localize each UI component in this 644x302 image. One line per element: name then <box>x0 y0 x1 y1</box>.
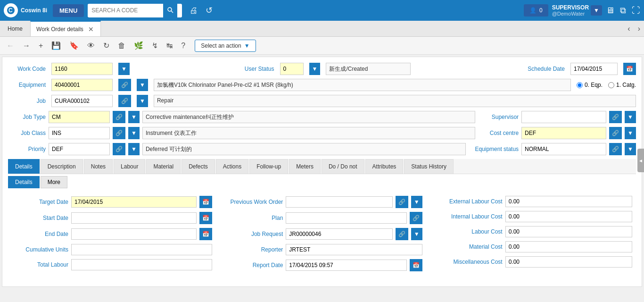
cost-centre-link-btn[interactable]: 🔗 <box>609 127 622 139</box>
priority-link-btn[interactable]: 🔗 <box>113 143 125 155</box>
notification-button[interactable]: 👤 0 <box>524 4 548 17</box>
report-date-input[interactable] <box>286 260 406 271</box>
user-status-dropdown[interactable]: ▼ <box>309 63 321 75</box>
tab-close-button[interactable]: ✕ <box>87 25 95 33</box>
menu-button[interactable]: MENU <box>53 4 84 17</box>
delete-button[interactable]: 🗑 <box>115 40 128 52</box>
misc-cost-input[interactable] <box>505 256 632 268</box>
job-type-input[interactable] <box>49 111 110 123</box>
catg-radio-label[interactable]: 1. Catg. <box>608 82 636 88</box>
job-type-dropdown[interactable]: ▼ <box>128 111 140 123</box>
tab-actions[interactable]: Actions <box>216 159 248 174</box>
job-request-input[interactable] <box>286 228 392 240</box>
total-labour-input[interactable] <box>71 259 212 270</box>
material-cost-input[interactable] <box>505 241 632 252</box>
start-date-picker[interactable]: 📅 <box>199 212 212 224</box>
priority-input[interactable] <box>49 143 110 155</box>
refresh-icon[interactable]: ↺ <box>206 5 213 16</box>
work-code-input[interactable] <box>51 63 113 75</box>
tab-prev-button[interactable]: ‹ <box>624 21 634 36</box>
job-class-dropdown[interactable]: ▼ <box>128 127 140 139</box>
labour-cost-input[interactable] <box>505 226 632 237</box>
plan-link-btn[interactable]: 🔗 <box>410 212 422 224</box>
job-class-link-btn[interactable]: 🔗 <box>113 127 125 139</box>
plan-input[interactable] <box>286 212 406 224</box>
equipment-status-input[interactable] <box>521 143 606 155</box>
forward-button[interactable]: → <box>20 40 33 52</box>
back-button[interactable]: ← <box>4 40 17 52</box>
target-date-input[interactable] <box>71 196 197 208</box>
tab-notes[interactable]: Notes <box>84 159 113 174</box>
add-button[interactable]: + <box>36 40 46 52</box>
schedule-date-picker[interactable]: 📅 <box>623 63 636 75</box>
cost-centre-dropdown[interactable]: ▼ <box>625 127 636 139</box>
window-icon[interactable]: ⧉ <box>620 6 626 16</box>
transfer-button[interactable]: ↯ <box>149 39 161 52</box>
tab-defects[interactable]: Defects <box>182 159 215 174</box>
tab-attributes[interactable]: Attributes <box>365 159 404 174</box>
eqp-radio-label[interactable]: 0. Eqp. <box>577 82 603 88</box>
end-date-picker[interactable]: 📅 <box>199 228 212 240</box>
user-status-input[interactable] <box>280 63 304 75</box>
tab-dodonot[interactable]: Do / Do not <box>322 159 364 174</box>
tab-followup[interactable]: Follow-up <box>249 159 288 174</box>
eqp-radio[interactable] <box>577 82 583 88</box>
work-order-tab[interactable]: Work Order details ✕ <box>30 21 101 36</box>
job-type-link-btn[interactable]: 🔗 <box>113 111 125 123</box>
search-button[interactable] <box>163 4 177 17</box>
tab-meters[interactable]: Meters <box>289 159 321 174</box>
job-request-link-btn[interactable]: 🔗 <box>396 228 408 240</box>
leaf-button[interactable]: 🌿 <box>131 39 146 52</box>
job-input[interactable] <box>51 95 113 107</box>
job-link-btn[interactable]: 🔗 <box>118 95 131 107</box>
tab-next-button[interactable]: › <box>634 21 644 36</box>
cost-centre-input[interactable] <box>521 127 606 139</box>
tab-material[interactable]: Material <box>146 159 181 174</box>
target-date-picker[interactable]: 📅 <box>199 196 212 208</box>
sub-tab-details[interactable]: Details <box>8 176 40 188</box>
reload-button[interactable]: ↻ <box>100 39 112 52</box>
print-icon[interactable]: 🖨 <box>190 6 198 16</box>
view-button[interactable]: 👁 <box>84 40 98 52</box>
search-input[interactable] <box>88 4 163 17</box>
job-request-dropdown[interactable]: ▼ <box>411 228 422 240</box>
start-date-input[interactable] <box>71 212 197 224</box>
supervisor-dropdown[interactable]: ▼ <box>625 111 636 123</box>
work-code-dropdown[interactable]: ▼ <box>118 63 130 75</box>
help-button[interactable]: ? <box>178 40 188 52</box>
report-date-picker[interactable]: 📅 <box>410 259 422 271</box>
schedule-date-input[interactable] <box>570 63 618 75</box>
prev-wo-dropdown[interactable]: ▼ <box>411 196 422 208</box>
home-tab[interactable]: Home <box>0 21 30 36</box>
equipment-dropdown[interactable]: ▼ <box>137 79 148 91</box>
save-button[interactable]: 💾 <box>49 39 64 52</box>
tab-labour[interactable]: Labour <box>114 159 145 174</box>
cumulative-units-input[interactable] <box>71 244 212 255</box>
prev-wo-input[interactable] <box>286 196 392 208</box>
equipment-input[interactable] <box>51 79 113 91</box>
catg-radio[interactable] <box>608 82 614 88</box>
sub-tab-more[interactable]: More <box>41 176 67 188</box>
supervisor-link-btn[interactable]: 🔗 <box>609 111 622 123</box>
supervisor-input[interactable] <box>521 111 606 123</box>
select-action-button[interactable]: Select an action ▼ <box>195 40 256 52</box>
int-labour-cost-input[interactable] <box>505 211 632 222</box>
user-dropdown-button[interactable]: ▼ <box>591 5 602 16</box>
equipment-status-dropdown[interactable]: ▼ <box>625 143 636 155</box>
equipment-status-link-btn[interactable]: 🔗 <box>609 143 622 155</box>
ext-labour-cost-input[interactable] <box>505 196 632 207</box>
reporter-input[interactable] <box>286 244 422 255</box>
end-date-input[interactable] <box>71 228 197 240</box>
tab-status-history[interactable]: Status History <box>404 159 454 174</box>
priority-dropdown[interactable]: ▼ <box>128 143 140 155</box>
job-class-input[interactable] <box>49 127 110 139</box>
bookmark-button[interactable]: 🔖 <box>66 39 82 52</box>
tab-details[interactable]: Details <box>8 159 40 174</box>
fullscreen-icon[interactable]: ⛶ <box>632 6 640 16</box>
prev-wo-link-btn[interactable]: 🔗 <box>396 196 408 208</box>
equipment-link-btn[interactable]: 🔗 <box>118 79 131 91</box>
side-panel-toggle[interactable]: ◄ <box>637 149 644 172</box>
monitor-icon[interactable]: 🖥 <box>606 6 614 16</box>
job-dropdown[interactable]: ▼ <box>137 95 148 107</box>
tab-description[interactable]: Description <box>41 159 83 174</box>
